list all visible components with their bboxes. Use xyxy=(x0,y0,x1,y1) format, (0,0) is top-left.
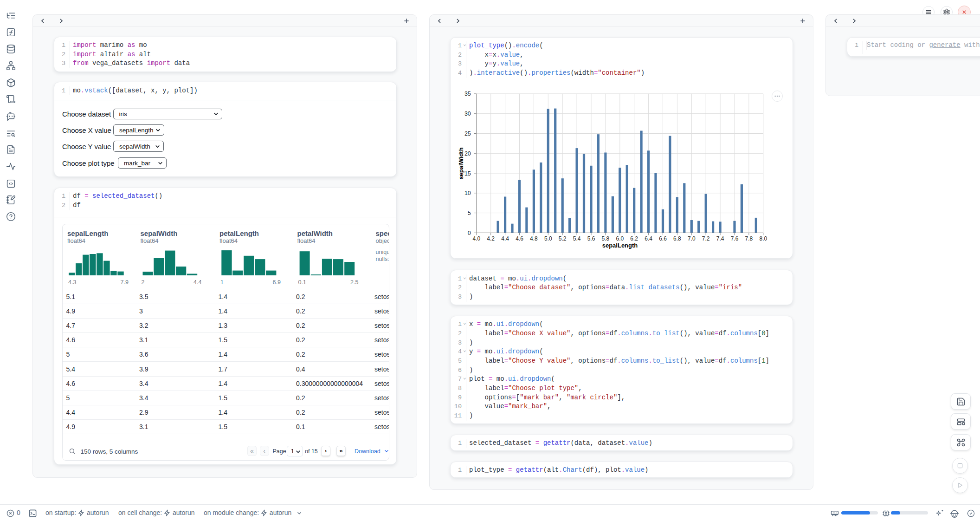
svg-text:7.6: 7.6 xyxy=(731,235,739,242)
svg-text:sepalLength: sepalLength xyxy=(602,242,638,249)
svg-text:10: 10 xyxy=(464,190,471,197)
svg-text:6.4: 6.4 xyxy=(645,235,652,242)
svg-text:7.0: 7.0 xyxy=(688,235,696,242)
svg-text:5.8: 5.8 xyxy=(602,235,610,242)
svg-text:8.0: 8.0 xyxy=(759,235,767,242)
svg-text:4.8: 4.8 xyxy=(530,235,538,242)
svg-text:4.6: 4.6 xyxy=(516,235,523,242)
svg-text:4.0: 4.0 xyxy=(472,235,480,242)
svg-text:4.2: 4.2 xyxy=(487,235,495,242)
svg-text:30: 30 xyxy=(464,111,471,117)
svg-text:15: 15 xyxy=(464,170,471,177)
svg-text:5: 5 xyxy=(468,210,471,216)
svg-text:7.8: 7.8 xyxy=(745,235,753,242)
svg-text:5.4: 5.4 xyxy=(573,235,581,242)
svg-text:6.2: 6.2 xyxy=(630,235,638,242)
svg-text:sepalWidth: sepalWidth xyxy=(458,148,464,180)
svg-text:6.8: 6.8 xyxy=(673,235,681,242)
svg-text:7.2: 7.2 xyxy=(702,235,710,242)
svg-text:20: 20 xyxy=(464,150,471,157)
svg-text:35: 35 xyxy=(464,91,471,98)
svg-text:6.0: 6.0 xyxy=(616,235,624,242)
svg-text:5.0: 5.0 xyxy=(544,235,552,242)
svg-text:6.6: 6.6 xyxy=(659,235,667,242)
svg-text:4.4: 4.4 xyxy=(501,235,509,242)
svg-text:0: 0 xyxy=(468,230,471,236)
svg-text:5.2: 5.2 xyxy=(559,235,567,242)
svg-text:25: 25 xyxy=(464,130,471,137)
svg-text:5.6: 5.6 xyxy=(587,235,595,242)
svg-text:7.4: 7.4 xyxy=(716,235,724,242)
